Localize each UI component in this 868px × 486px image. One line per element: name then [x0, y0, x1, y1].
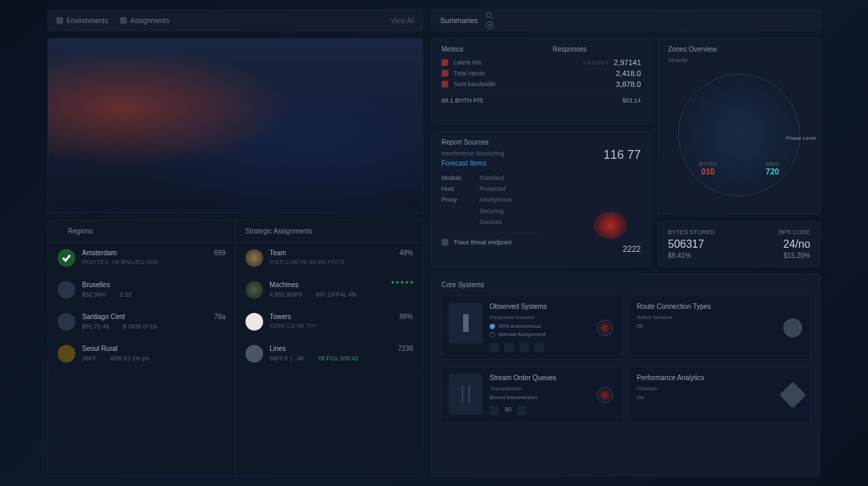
assignment-row[interactable]: Team0:ES:LAB/78-88:85-FF/70 49% [236, 242, 423, 274]
radio-on[interactable] [490, 324, 495, 329]
assignments-header: Strategic Assignments [236, 221, 423, 242]
responses-title: Responses [553, 45, 587, 53]
gauge-stat-value: 010 [699, 167, 717, 176]
metric-row: Total inputs2,418.0 [441, 69, 641, 77]
stat-value: 24/no [778, 238, 810, 250]
right-tab-bar: Summaries [431, 10, 821, 31]
assignment-sub: 0:ES:LAB/78-88:85-FF/70 [270, 259, 393, 265]
region-value: 699 [214, 249, 226, 257]
assignment-title: Lines [270, 345, 391, 352]
assignment-row[interactable]: Machines4,855.95/F5897.1/FF4L 4fs [236, 274, 423, 306]
diamond-icon [779, 381, 806, 409]
tab-environments[interactable]: Environments [56, 17, 108, 24]
tab-summaries[interactable]: Summaries [440, 16, 478, 24]
module-streams[interactable]: Stream Order Queues Transmission Bound t… [441, 367, 623, 423]
module-title: Performance Analytics [637, 374, 776, 381]
regions-panel: Regions AmsterdamROUTE1: A8-BNL/EU-560 6… [47, 220, 235, 476]
region-meta: $32.38% [82, 291, 106, 298]
world-map-card[interactable] [47, 38, 423, 213]
action-button[interactable] [490, 406, 499, 415]
checkbox-icon[interactable] [441, 239, 448, 246]
indicator-icon [441, 70, 448, 77]
search-button[interactable] [485, 11, 494, 20]
region-avatar [58, 313, 75, 331]
module-sub: Active Session [637, 314, 776, 320]
action-button[interactable] [534, 343, 544, 352]
action-button[interactable] [490, 343, 499, 352]
stat-label: BPS CODE [778, 229, 810, 236]
svg-rect-4 [463, 314, 469, 332]
metric-footer-right: $83.14 [622, 97, 641, 104]
module-performance[interactable]: Performance Analytics Channel On [629, 367, 810, 423]
gauge-title: Zones Overview [668, 45, 810, 53]
settings-button[interactable] [485, 20, 494, 30]
report-bottom-value: 2222 [623, 244, 641, 254]
threat-mini-icon [597, 387, 613, 403]
tab-assignments[interactable]: Assignments [120, 17, 169, 24]
action-button[interactable] [517, 406, 526, 415]
report-items: ModuleStandard HostProtected ProxyAnonym… [441, 172, 543, 227]
gauge-stat-value: 720 [766, 167, 779, 176]
region-title: Seoul Rural [82, 345, 226, 352]
assignment-value: 49% [399, 249, 413, 257]
assignment-row[interactable]: Lines36FF.F | ..487B FGs 100:42 7238 [236, 338, 423, 370]
tab-view-all[interactable]: View All [391, 17, 414, 24]
action-button[interactable] [519, 343, 529, 352]
assignment-title: Team [270, 249, 393, 257]
gauge-subtitle: Security [668, 57, 810, 63]
assignment-meta: 897.1/FF4L 4fs [316, 291, 357, 298]
assignment-row[interactable]: Towers420N C0.88.70+ 89% [236, 306, 423, 338]
left-tab-bar: Environments Assignments View All [47, 10, 423, 31]
region-meta: $ 0835 0+19 [123, 323, 157, 330]
indicator-icon [441, 81, 448, 88]
region-avatar [58, 281, 75, 299]
report-big-value: 116 77 [553, 148, 641, 162]
report-title: Report Sources [441, 138, 543, 146]
gauge-side-label: Phase Level [786, 135, 816, 141]
module-title: Stream Order Queues [490, 374, 588, 381]
gauge-stat-label: MB/S [766, 161, 779, 167]
modules-header: Core Systems [441, 281, 810, 288]
avatar-icon [783, 318, 802, 337]
stat-label: BYTES STORED [668, 229, 715, 236]
stat-value: 506317 [668, 238, 715, 250]
region-row[interactable]: Bruxelles$32.38%2.52 [48, 274, 235, 306]
region-row[interactable]: Seoul Rural36FF4/88.0 | 1% ps [48, 338, 235, 370]
bottom-stats-card: BYTES STORED506317$8.41% BPS CODE24/no$1… [658, 221, 821, 267]
tab-icon [120, 17, 127, 24]
module-icon [449, 374, 483, 415]
assignment-avatar [245, 281, 263, 299]
assignment-avatar [245, 345, 263, 362]
module-observed[interactable]: Observed Systems Response Amount 90% Aut… [441, 295, 623, 360]
action-button[interactable] [505, 343, 514, 352]
region-row[interactable]: Santiago Cent$91.72.48$ 0835 0+19 78a [48, 306, 235, 338]
assignment-meta: 7B FGs 100:42 [317, 355, 359, 362]
module-sub: Response Amount [490, 314, 588, 320]
threat-indicator [593, 212, 627, 239]
assignment-meta: 36FF.F | ..48 [270, 355, 304, 362]
region-sub: ROUTE1: A8-BNL/EU-560 [82, 259, 208, 265]
stat-sub: $15.20% [778, 252, 810, 259]
module-sub: Channel [637, 386, 776, 392]
region-avatar [58, 249, 75, 267]
region-meta: 4/88.0 | 1% ps [110, 355, 149, 362]
svg-line-1 [491, 17, 493, 19]
threat-mini-icon [597, 320, 613, 336]
svg-point-3 [488, 24, 490, 26]
report-card: Report Sources Interference Monitoring F… [431, 131, 651, 267]
assignment-title: Towers [270, 313, 393, 320]
module-routes[interactable]: Route Connection Types Active Session 55 [629, 295, 810, 360]
metric-row: Sent bandwidth3,878.0 [441, 80, 641, 88]
metrics-card: MetricsResponses Latest hits3 9 0 0 6 62… [431, 38, 651, 124]
metric-footer-left: 88.1 BHTH P/S [441, 97, 484, 104]
stat-sub: $8.41% [668, 252, 715, 259]
assignment-avatar [245, 313, 263, 331]
map-background [48, 39, 422, 212]
assignment-value: 89% [399, 313, 413, 320]
report-highlight: Forecast Items [441, 160, 543, 167]
metrics-title: Metrics [441, 45, 463, 53]
radio-off[interactable] [490, 332, 495, 337]
region-row[interactable]: AmsterdamROUTE1: A8-BNL/EU-560 699 [48, 242, 235, 274]
report-subtitle: Interference Monitoring [441, 150, 543, 157]
module-sub: Transmission [490, 386, 588, 392]
